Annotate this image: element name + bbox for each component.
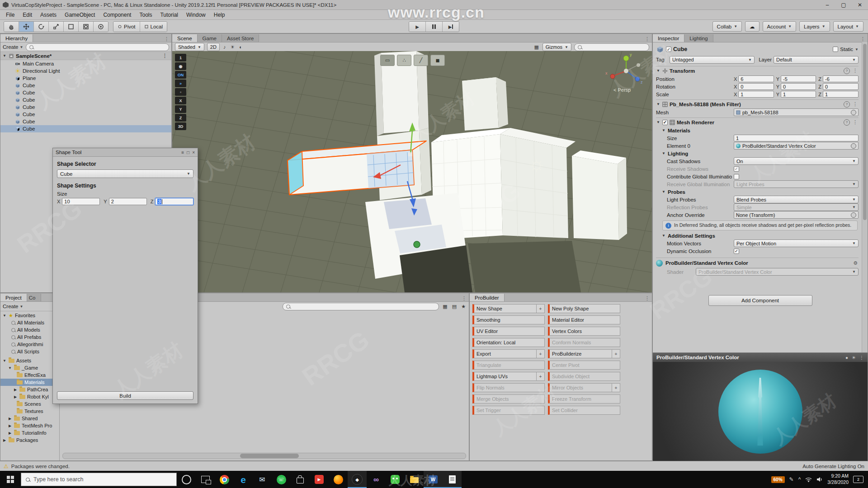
tree-pathcreator[interactable]: ▶PathCrea — [0, 386, 59, 393]
file-explorer-taskbar-button[interactable] — [405, 471, 424, 488]
visual-studio-taskbar-button[interactable]: ∞ — [367, 471, 386, 488]
object-picker-icon[interactable] — [851, 143, 856, 149]
scale-y-field[interactable]: 1 — [781, 91, 816, 98]
pen-icon[interactable]: ✎ — [789, 476, 794, 483]
help-icon[interactable]: ? — [844, 68, 850, 74]
set-collider-button[interactable]: Set Collider — [548, 406, 620, 415]
pause-button[interactable] — [426, 22, 443, 32]
lightmap-uvs-button[interactable]: Lightmap UVs — [472, 372, 537, 381]
new-shape-options-button[interactable]: + — [537, 304, 545, 313]
motion-vectors-dropdown[interactable]: Per Object Motion▼ — [734, 239, 859, 247]
close-button[interactable]: ✕ — [852, 0, 868, 9]
transform-tool-button[interactable] — [79, 22, 94, 32]
scale-tool-button[interactable] — [49, 22, 64, 32]
scene-options-icon[interactable]: ⋮ — [162, 53, 170, 59]
tab-inspector[interactable]: Inspector — [653, 34, 684, 42]
preview-light-icon[interactable]: ☀ — [852, 355, 856, 360]
rotation-x-field[interactable]: 0 — [738, 83, 774, 90]
taskbar-clock[interactable]: 9:20 AM 3/28/2020 — [827, 473, 849, 485]
add-component-button[interactable]: Add Component — [708, 295, 812, 306]
foldout-icon[interactable]: ▼ — [656, 102, 660, 106]
center-pivot-button[interactable]: Center Pivot — [548, 361, 620, 370]
export-options-button[interactable]: + — [537, 349, 545, 358]
foldout-icon[interactable]: ▼ — [8, 366, 12, 370]
progrids-lock-button[interactable]: ▫ — [175, 88, 186, 96]
menu-component[interactable]: Component — [99, 12, 135, 18]
rotation-z-field[interactable]: 0 — [823, 83, 859, 90]
conform-normals-button[interactable]: Conform Normals — [548, 338, 620, 347]
help-icon[interactable]: ? — [844, 119, 850, 126]
menu-help[interactable]: Help — [210, 12, 229, 18]
menu-tutorial[interactable]: Tutorial — [156, 12, 182, 18]
project-search-input[interactable] — [283, 303, 439, 310]
progrids-snap-size-button[interactable]: 1 — [175, 54, 186, 61]
wifi-icon[interactable] — [805, 477, 812, 482]
object-mode-button[interactable]: ▭ — [380, 55, 395, 66]
subdivide-object-button[interactable]: Subdivide Object — [548, 372, 620, 381]
mail-taskbar-button[interactable]: ✉ — [253, 471, 272, 488]
tree-textures[interactable]: Textures — [0, 408, 59, 415]
tab-scene[interactable]: Scene — [172, 34, 198, 42]
progrids-axis-y-button[interactable]: Y — [175, 105, 186, 113]
triangulate-button[interactable]: Triangulate — [472, 361, 545, 370]
tab-console[interactable]: Co — [27, 294, 41, 301]
panel-menu-icon[interactable]: ⋮ — [164, 36, 171, 42]
maximize-icon[interactable]: □ — [187, 150, 189, 155]
foldout-icon[interactable]: ▼ — [661, 151, 666, 155]
gameobject-enabled-checkbox[interactable]: ✓ — [666, 47, 671, 52]
tab-hierarchy[interactable]: Hierarchy — [0, 34, 33, 42]
new-shape-button[interactable]: New Shape — [472, 304, 537, 313]
foldout-icon[interactable]: ▶ — [13, 395, 18, 399]
panel-menu-icon[interactable]: ⋮ — [645, 296, 652, 301]
hidden-icons-chevron[interactable]: ^ — [798, 476, 801, 483]
shape-tool-titlebar[interactable]: Shape Tool ≡ □ × — [53, 148, 198, 157]
gameobject-name[interactable]: Cube — [673, 46, 687, 52]
layout-dropdown[interactable]: Layout▼ — [833, 21, 863, 32]
scene-effects-icon[interactable]: ◐ — [238, 44, 243, 50]
collab-dropdown[interactable]: Collab▼ — [712, 21, 742, 32]
hand-tool-button[interactable] — [4, 22, 19, 32]
hierarchy-item-main-camera[interactable]: Main Camera — [0, 60, 171, 67]
progrids-snap-enabled-button[interactable]: ON — [175, 71, 186, 79]
favorite-search-icon[interactable]: ★ — [460, 304, 467, 310]
light-probes-dropdown[interactable]: Blend Probes▼ — [734, 196, 859, 203]
foldout-icon[interactable]: ▼ — [656, 69, 660, 73]
wechat-taskbar-button[interactable] — [386, 471, 405, 488]
tree-materials-selected[interactable]: Materials — [0, 379, 59, 386]
export-button[interactable]: Export — [472, 349, 537, 358]
move-tool-button[interactable] — [19, 22, 34, 32]
object-picker-icon[interactable] — [851, 212, 856, 218]
unity-taskbar-button[interactable]: ◆ — [348, 471, 367, 488]
menu-file[interactable]: File — [2, 12, 19, 18]
2d-toggle-button[interactable]: 2D — [207, 43, 220, 51]
chrome-taskbar-button[interactable] — [215, 471, 234, 488]
materials-size-field[interactable]: 1 — [734, 135, 859, 141]
position-x-field[interactable]: 6 — [738, 75, 774, 82]
tree-scenes[interactable]: Scenes — [0, 400, 59, 408]
minimize-button[interactable]: – — [819, 0, 835, 9]
uv-editor-button[interactable]: UV Editor — [472, 327, 545, 336]
hierarchy-item-cube-selected[interactable]: Cube — [0, 125, 171, 132]
size-y-field[interactable]: 2 — [109, 198, 147, 205]
mesh-object-field[interactable]: pb_Mesh-58188 — [734, 108, 859, 116]
flip-normals-button[interactable]: Flip Normals — [472, 383, 545, 392]
menu-assets[interactable]: Assets — [36, 12, 61, 18]
volume-icon[interactable] — [816, 477, 823, 482]
mirror-objects-options-button[interactable]: + — [612, 383, 620, 392]
vertex-mode-button[interactable]: ∴ — [397, 55, 411, 66]
transform-title[interactable]: Transform — [670, 68, 695, 74]
hierarchy-item-cube[interactable]: Cube — [0, 96, 171, 103]
foldout-icon[interactable]: ▼ — [661, 234, 666, 238]
menu-tools[interactable]: Tools — [135, 12, 156, 18]
scene-lighting-icon[interactable]: ☀ — [229, 44, 236, 50]
foldout-icon[interactable]: ▶ — [8, 431, 12, 435]
tab-asset-store[interactable]: Asset Store — [222, 34, 259, 42]
cast-shadows-dropdown[interactable]: On▼ — [734, 157, 859, 165]
scene-viewport[interactable]: y x z < Persp 1 ◉ ON » ▫ X Y Z 3D ▭ — [172, 51, 652, 292]
tree-allegorithmic[interactable]: Allegorithmi — [0, 341, 59, 348]
materials-foldout[interactable]: Materials — [668, 128, 690, 133]
tree-packages[interactable]: ▶Packages — [0, 436, 59, 444]
scrollbar-handle[interactable] — [240, 454, 299, 458]
foldout-icon[interactable]: ▼ — [661, 128, 666, 132]
mesh-renderer-title[interactable]: Mesh Renderer — [677, 120, 714, 125]
